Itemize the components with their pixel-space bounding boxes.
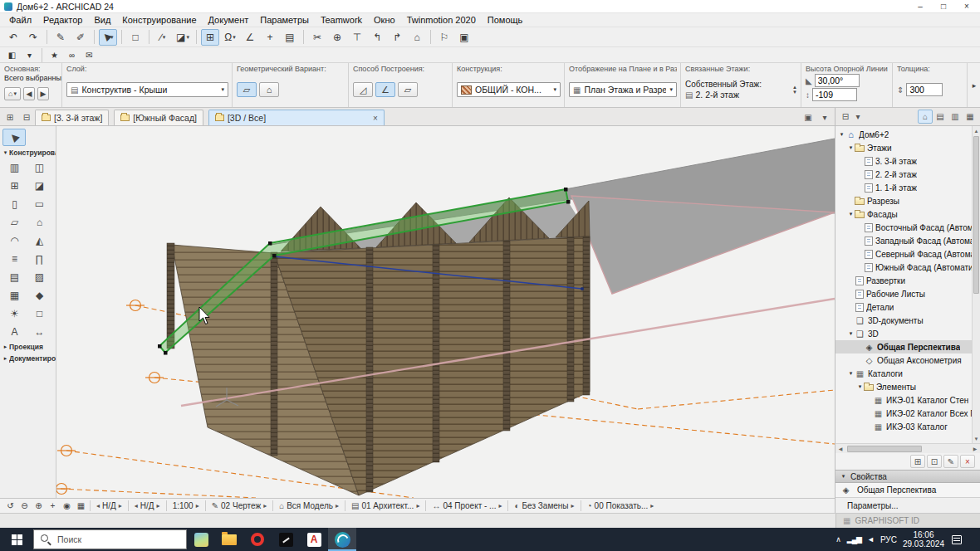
method-angle-button[interactable]: ∠ bbox=[375, 82, 395, 97]
pan-button[interactable]: + bbox=[46, 500, 60, 512]
toolbox-group-document[interactable]: Документирование bbox=[0, 353, 56, 364]
opera-button[interactable] bbox=[243, 528, 272, 551]
menu-options[interactable]: Параметры bbox=[254, 14, 315, 26]
menu-file[interactable]: Файл bbox=[3, 14, 37, 26]
railing-tool-button[interactable]: ∏ bbox=[28, 250, 51, 267]
tree-item-east-elevation[interactable]: Восточный Фасад (Автоматич bbox=[835, 221, 972, 234]
taskbar-search[interactable] bbox=[33, 529, 187, 549]
scroll-right-icon[interactable]: ▶ bbox=[970, 446, 980, 451]
settings-button[interactable]: Параметры... bbox=[835, 497, 980, 513]
arrow-tool-button[interactable]: ▶▾ bbox=[99, 29, 117, 46]
menu-window[interactable]: Окно bbox=[368, 14, 401, 26]
capture-button[interactable]: ▣ bbox=[455, 29, 473, 46]
archicad-taskbar-button[interactable] bbox=[328, 528, 356, 551]
menu-twinmotion[interactable]: Twinmotion 2020 bbox=[401, 14, 482, 26]
tree-item-story-1[interactable]: 1. 1-й этаж bbox=[835, 181, 972, 194]
menu-design[interactable]: Конструирование bbox=[116, 14, 202, 26]
dark-app-button[interactable] bbox=[272, 528, 300, 551]
home-story-button[interactable]: ⌂ bbox=[408, 29, 426, 46]
curtain-wall-tool-button[interactable]: ▤ bbox=[3, 268, 27, 285]
trim-button[interactable]: ⊤ bbox=[348, 29, 366, 46]
tree-item-3d[interactable]: 3D bbox=[835, 327, 972, 340]
tree-item-south-elevation[interactable]: Южный Фасад (Автоматическ bbox=[835, 261, 972, 274]
scroll-down-icon[interactable]: ▼ bbox=[973, 434, 980, 443]
clone-folder-button[interactable]: ⊡ bbox=[927, 455, 942, 468]
multi-plane-roof-button[interactable]: ⌂ bbox=[259, 82, 279, 97]
renovation-filter-control[interactable]: ◔ 00 Показать... ▸ bbox=[583, 501, 659, 510]
guide-lines-button[interactable]: ∕▾ bbox=[154, 29, 172, 46]
next-button[interactable]: ▶ bbox=[37, 87, 49, 100]
network-icon[interactable]: ▂▄▆ bbox=[847, 535, 861, 544]
layout-book-button[interactable]: ▥ bbox=[948, 110, 963, 124]
pivot-height-input[interactable] bbox=[812, 88, 857, 101]
pen-set-control[interactable]: ✎ 02 Чертеж ▸ bbox=[208, 501, 271, 510]
tree-item-north-elevation[interactable]: Северный Фасад (Автоматиче bbox=[835, 247, 972, 261]
method-box-button[interactable]: ▱ bbox=[398, 82, 418, 97]
edit-button[interactable]: ✎ bbox=[943, 455, 958, 468]
start-button[interactable] bbox=[0, 528, 33, 551]
project-chooser-button[interactable]: ⊟ bbox=[838, 110, 853, 124]
roof-slope-input[interactable] bbox=[815, 74, 860, 87]
skylight-tool-button[interactable]: ◪ bbox=[28, 177, 51, 194]
tray-expand-icon[interactable]: ∧ bbox=[835, 535, 841, 544]
stair-tool-button[interactable]: ≡ bbox=[3, 250, 27, 267]
window-tool-button[interactable]: ⊞ bbox=[3, 177, 27, 194]
tab-south-elevation[interactable]: [Южный Фасад] bbox=[114, 110, 203, 125]
taskbar-search-input[interactable] bbox=[33, 529, 187, 549]
zoom-in-button[interactable]: ⊕ bbox=[32, 500, 46, 512]
pop-up-navigator-button[interactable]: ⊞ bbox=[2, 110, 18, 124]
widgets-app-button[interactable] bbox=[187, 528, 215, 551]
tree-item-details[interactable]: Детали bbox=[835, 300, 972, 314]
volume-icon[interactable]: ◄ bbox=[867, 535, 875, 544]
close-button[interactable]: × bbox=[955, 0, 978, 12]
partial-structure-control[interactable]: ⌂ Вся Модель ▸ bbox=[275, 501, 343, 510]
pick-up-parameters-button[interactable]: ✎ bbox=[51, 29, 70, 46]
roof-tool-button[interactable]: ⌂ bbox=[28, 213, 51, 231]
tree-item-elements[interactable]: Элементы bbox=[835, 380, 972, 393]
tree-item-stories[interactable]: Этажи bbox=[835, 141, 972, 154]
opening-tool-button[interactable]: □ bbox=[28, 305, 51, 322]
minimize-button[interactable]: – bbox=[909, 0, 932, 12]
menu-view[interactable]: Вид bbox=[88, 14, 116, 26]
orbit-button[interactable]: ↺ bbox=[3, 500, 17, 512]
infobox-scroll-button[interactable]: ▸ bbox=[968, 63, 980, 107]
view-map-button[interactable]: ▤ bbox=[933, 110, 948, 124]
toolbox-group-design[interactable]: Конструирование bbox=[0, 147, 56, 158]
zone-tool-button[interactable]: ▨ bbox=[28, 268, 51, 285]
layer-combination-control[interactable]: ▤ 01 Архитект... ▸ bbox=[347, 501, 424, 510]
angle-snap-button[interactable]: ∠ bbox=[241, 29, 259, 46]
maximize-button[interactable]: □ bbox=[932, 0, 955, 12]
graphic-override-control[interactable]: ◐ Без Замены ▸ bbox=[510, 501, 578, 510]
tree-item-3d-documents[interactable]: 3D-документы bbox=[835, 314, 972, 327]
tree-item-schedule-openings[interactable]: ИКЭ-02 Каталог Всех Проем bbox=[835, 407, 972, 420]
tree-item-project-root[interactable]: Дом6+2 bbox=[835, 128, 972, 141]
tree-item-sections[interactable]: Разрезы bbox=[835, 194, 972, 207]
cursor-snap-button[interactable]: + bbox=[261, 29, 279, 46]
viewport-3d[interactable] bbox=[56, 126, 835, 498]
delete-button[interactable]: × bbox=[960, 455, 975, 468]
action-center-icon[interactable] bbox=[952, 535, 962, 544]
tab-overview-button[interactable]: ▣ bbox=[800, 110, 816, 124]
menu-help[interactable]: Помощь bbox=[482, 14, 529, 26]
lamp-tool-button[interactable]: ☀ bbox=[3, 305, 27, 322]
previous-button[interactable]: ◀ bbox=[23, 87, 35, 100]
column-tool-button[interactable]: ▯ bbox=[3, 195, 27, 212]
intersect-button[interactable]: ↱ bbox=[388, 29, 406, 46]
explore-button[interactable]: ◉ bbox=[60, 500, 74, 512]
menu-teamwork[interactable]: Teamwork bbox=[315, 14, 368, 26]
scroll-left-icon[interactable]: ◀ bbox=[835, 446, 845, 451]
scroll-up-icon[interactable]: ▲ bbox=[973, 126, 980, 135]
split-button[interactable]: ✂ bbox=[308, 29, 326, 46]
shell-tool-button[interactable]: ◠ bbox=[3, 232, 27, 249]
mesh-tool-button[interactable]: ▦ bbox=[3, 286, 27, 304]
panels-menu-button[interactable]: ▾ bbox=[22, 48, 37, 61]
zoom-next-control[interactable]: ◂ Н/Д ▸ bbox=[130, 501, 164, 510]
undo-button[interactable]: ↶ bbox=[4, 29, 22, 46]
inject-parameters-button[interactable]: ✐ bbox=[71, 29, 90, 46]
teamwork-message-button[interactable]: ✉ bbox=[81, 48, 97, 61]
hotlinks-button[interactable]: ∞ bbox=[64, 48, 80, 61]
zoom-out-button[interactable]: ⊖ bbox=[17, 500, 32, 512]
display-select[interactable]: ▦ План Этажа и Разрез... ▾ bbox=[569, 82, 677, 97]
dimension-style-control[interactable]: ↔ 04 Проект - ... ▸ bbox=[428, 501, 506, 510]
slab-tool-button[interactable]: ▱ bbox=[3, 213, 27, 231]
